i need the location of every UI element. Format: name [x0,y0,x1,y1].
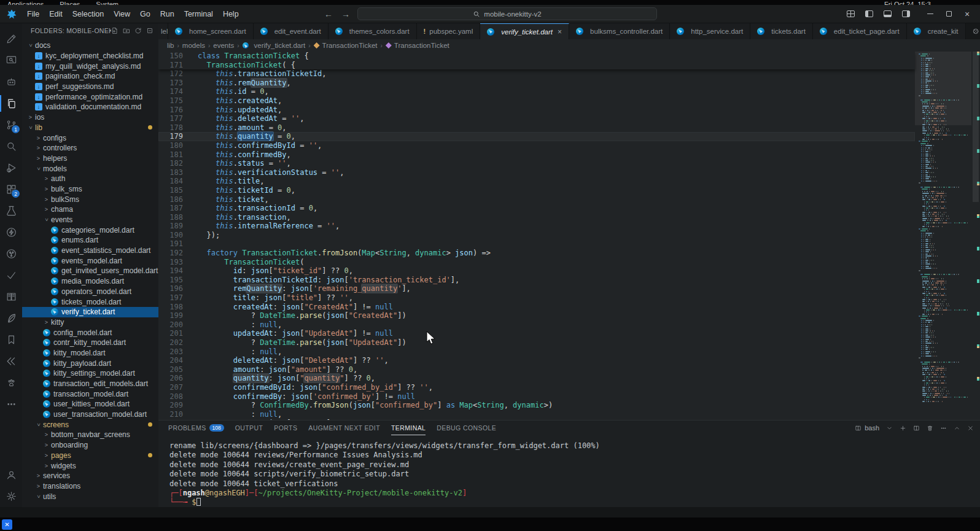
command-center-search[interactable]: mobile-onekitty-v2 [357,7,657,20]
menu-run[interactable]: Run [155,8,179,20]
settings-icon[interactable] [0,486,22,507]
menu-selection[interactable]: Selection [68,8,109,20]
chat-bot-icon[interactable] [0,71,22,93]
menu-file[interactable]: File [22,8,44,20]
collapse-all-icon[interactable] [146,27,154,34]
tree-file-transaction_edit_models.dart[interactable]: transaction_edit_models.dart [22,379,158,389]
os-menu-applications[interactable]: Applications [7,0,44,5]
tree-file-events_model.dart[interactable]: events_model.dart [22,255,158,266]
more-views-icon[interactable] [0,393,22,415]
tree-folder-ios[interactable]: >ios [22,112,158,123]
toggle-sidebar-button[interactable] [861,7,877,21]
tree-file-tickets_model.dart[interactable]: tickets_model.dart [22,297,158,307]
extensions-icon[interactable]: 2 [0,179,22,200]
menu-go[interactable]: Go [135,8,155,20]
ellipsis-icon[interactable] [940,425,947,432]
taskbar-launcher-icon[interactable]: ✕ [2,519,12,530]
tree-folder-utils[interactable]: >utils [22,491,158,502]
tree-folder-bulkSms[interactable]: >bulkSms [22,194,158,204]
close-button[interactable]: × [959,7,975,21]
gitlens-icon[interactable] [0,243,22,265]
nav-back-button[interactable]: ← [323,9,334,19]
breadcrumb-item-TransactionTicket[interactable]: TransactionTicket [386,42,449,49]
restore-button[interactable] [941,7,957,21]
chevron-down-icon[interactable] [886,425,893,432]
tree-folder-lib[interactable]: >lib [22,123,158,133]
tree-file-kitty_model.dart[interactable]: kitty_model.dart [22,348,158,359]
tree-file-kyc_deployment_checklist.md[interactable]: ↓kyc_deployment_checklist.md [22,51,158,61]
code-editor[interactable]: 150class TransactionTicket {171 Transact… [158,52,980,420]
tree-folder-bottom_navbar_screens[interactable]: >bottom_navbar_screens [22,430,158,440]
swirl-icon[interactable] [972,28,979,35]
tree-folder-chama[interactable]: >chama [22,204,158,215]
tree-folder-models[interactable]: >models [22,163,158,174]
editor-tab-lel.dart[interactable]: lel.dart [158,23,168,39]
panel-tab-ports[interactable]: PORTS [274,421,297,435]
customize-layout-button[interactable] [842,7,858,21]
editor-tab-tickets.dart[interactable]: tickets.dart [750,23,813,39]
tree-file-config_model.dart[interactable]: config_model.dart [22,327,158,338]
minimap[interactable] [915,52,971,420]
os-menu-places[interactable]: Places [60,0,80,5]
plus-icon[interactable] [900,425,906,432]
tree-file-contr_kitty_model.dart[interactable]: contr_kitty_model.dart [22,338,158,348]
tree-file-kitty_settings_model.dart[interactable]: kitty_settings_model.dart [22,368,158,379]
tree-file-my_quill_widget_analysis.md[interactable]: ↓my_quill_widget_analysis.md [22,61,158,71]
tree-folder-configs[interactable]: >configs [22,133,158,143]
breadcrumb-item-TransactionTicket[interactable]: TransactionTicket [314,42,378,49]
tree-folder-docs[interactable]: >docs [22,41,158,51]
qodo-icon[interactable] [0,372,22,393]
panel-tab-terminal[interactable]: TERMINAL [391,421,426,435]
breadcrumb-item-models[interactable]: models [182,42,205,49]
tree-folder-controllers[interactable]: >controllers [22,143,158,153]
panel-tab-problems[interactable]: PROBLEMS108 [168,421,224,435]
thunder-client-icon[interactable] [0,222,22,243]
tree-file-transaction_model.dart[interactable]: transaction_model.dart [22,389,158,399]
tree-file-verify_ticket.dart[interactable]: verify_ticket.dart [22,307,158,317]
new-file-icon[interactable] [111,27,119,34]
account-icon[interactable] [0,464,22,486]
tags-icon[interactable] [0,351,22,372]
mongodb-leaf-icon[interactable] [0,308,22,329]
tree-folder-onboarding[interactable]: >onboarding [22,440,158,451]
tree-folder-bulk_sms[interactable]: >bulk_sms [22,184,158,195]
editor-tab-verify_ticket.dart[interactable]: verify_ticket.dart× [480,23,569,39]
tree-folder-widgets[interactable]: >widgets [22,460,158,471]
tree-folder-screens[interactable]: >screens [22,419,158,430]
tree-folder-services[interactable]: >services [22,471,158,481]
menu-view[interactable]: View [109,8,135,20]
editor-tab-edit_event.dart[interactable]: edit_event.dart [254,23,329,39]
explorer-section-header[interactable]: FOLDERS: MOBILE-ONEKITTY... [31,27,111,34]
tree-file-operators_model.dart[interactable]: operators_model.dart [22,287,158,297]
tree-folder-helpers[interactable]: >helpers [22,153,158,164]
screen-search-icon[interactable] [0,50,22,71]
explorer-icon[interactable] [0,93,22,114]
breadcrumb-item-lib[interactable]: lib [167,42,174,49]
terminal-shell-label[interactable]: bash [855,424,879,432]
menu-edit[interactable]: Edit [44,8,68,20]
run-debug-icon[interactable] [0,157,22,179]
tree-file-categories_model.dart[interactable]: categories_model.dart [22,225,158,235]
close-tab-icon[interactable]: × [558,28,562,36]
os-menu-system[interactable]: System [96,0,119,5]
trash-icon[interactable] [927,425,933,432]
editor-scrollbar[interactable] [971,52,980,420]
tree-folder-translations[interactable]: >translations [22,481,158,492]
tree-file-user_transaction_model.dart[interactable]: user_transaction_model.dart [22,409,158,420]
close-icon[interactable] [967,425,974,432]
refresh-icon[interactable] [134,27,142,34]
panel-tab-debug-console[interactable]: DEBUG CONSOLE [437,421,496,435]
new-folder-icon[interactable] [123,27,130,34]
tree-file-user_kitties_model.dart[interactable]: user_kitties_model.dart [22,399,158,409]
tree-folder-auth[interactable]: >auth [22,174,158,184]
tree-file-kitty_payload.dart[interactable]: kitty_payload.dart [22,358,158,368]
tree-file-enums.dart[interactable]: enums.dart [22,235,158,246]
tree-folder-kitty[interactable]: >kitty [22,317,158,328]
tree-file-media_models.dart[interactable]: media_models.dart [22,276,158,287]
tree-file-performance_optimization.md[interactable]: ↓performance_optimization.md [22,91,158,102]
split-icon[interactable] [913,425,920,432]
tree-folder-events[interactable]: >events [22,215,158,225]
testing-icon[interactable] [0,200,22,222]
editor-tab-home_screen.dart[interactable]: home_screen.dart [168,23,254,39]
menu-help[interactable]: Help [218,8,244,20]
